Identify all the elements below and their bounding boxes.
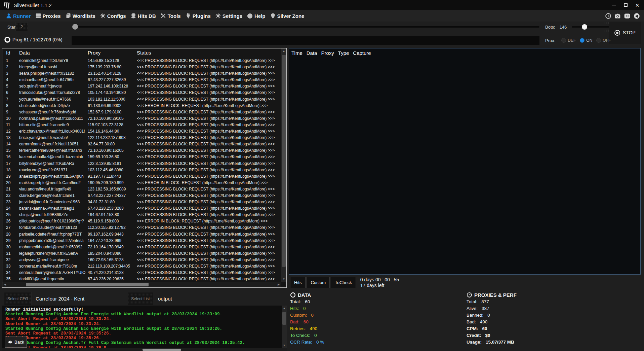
stat-value: 387 [482,306,489,311]
table-row[interactable]: 22claire.bergeron@neuf.fr:claire167.43.2… [2,192,281,199]
scroll-up-icon[interactable]: ▲ [281,48,286,54]
tab-custom[interactable]: Custom [307,277,330,288]
table-row[interactable]: 3seara.philippe@neuf.fr:03118223.152.40.… [2,70,281,77]
scrollbar-thumb[interactable] [282,55,286,267]
close-button[interactable]: ✕ [635,3,640,7]
scroll-right-icon[interactable]: ▶ [276,282,281,287]
back-button[interactable]: Back [5,337,27,348]
table-row[interactable]: 17billyfriendzye@neuf.fr:KobARa122.3.139… [2,161,281,167]
stat-row: Retries:490 [290,325,431,332]
screenshot-icon[interactable] [614,13,621,19]
start-input[interactable] [15,22,28,31]
table-row[interactable]: 24baranskaanna-.@neuf.fr:isegi167.43.228… [2,205,281,212]
cell-status: <<< PROCESSING BLOCK: REQUEST (https://t… [137,192,281,199]
tab-hits[interactable]: Hits [290,277,306,288]
table-row[interactable]: 34senteral.thierry@neuf.fr:AZERTYUIO40.7… [2,270,281,276]
prox-off-radio[interactable] [596,38,601,43]
table-row[interactable]: 13brice.yam@neuf.fr:wxcvbn!122.114.232.1… [2,135,281,141]
table-horizontal-scrollbar[interactable]: ◀ ▶ [2,282,281,287]
log-horizontal-scrollbar[interactable] [2,348,287,351]
table-row[interactable]: 10normand.pauline@neuf.fr:coucou1172.10.… [2,115,281,122]
stat-label: OCR Rate: [290,340,312,345]
table-row[interactable]: 11bitton.elie@neuf.fr:annette9115.97.103… [2,122,281,128]
stat-value: 0 [311,313,314,318]
cell-proxy: 72.10.160.90:29105 [88,115,137,122]
table-row[interactable]: 27fombaron.claude@neuf.fr:sfr123112.30.1… [2,224,281,231]
start-position-slider[interactable] [72,24,539,30]
table-row[interactable]: 5seb.quin@neuf.fr:javote197.242.146.109:… [2,83,281,90]
table-row[interactable]: 14carmrnfoank@neuf.fr:NatH1005182.64.77.… [2,141,281,147]
selected-wordlist-value: output [158,296,172,302]
nav-configs[interactable]: Configs [100,13,126,19]
scroll-up-icon[interactable]: ▲ [282,306,287,311]
nav-wordlists[interactable]: Wordlists [66,13,95,19]
nav-tools[interactable]: Tools [161,13,181,19]
scrollbar-thumb[interactable] [26,283,149,286]
table-vertical-scrollbar[interactable]: ▲ ▼ [281,48,286,282]
maximize-button[interactable] [623,3,628,7]
nav-plugins[interactable]: Plugins [186,13,211,19]
table-row[interactable]: 35darkill01@neuf.fr:quentin67.43.236.20:… [2,276,281,282]
select-wordlist-button[interactable]: Select List [128,292,153,305]
nav-settings[interactable]: Settings [215,13,242,19]
table-row[interactable]: 23jm.vidal@neuf.fr:Damienines196334.81.7… [2,199,281,205]
scroll-down-icon[interactable]: ▼ [282,343,287,348]
tab-tocheck[interactable]: ToCheck [331,277,356,288]
table-row[interactable]: 18roucky.cro@neuf.fr:051971103.112.45.46… [2,167,281,173]
cell-id: 9 [6,109,19,115]
select-config-button[interactable]: Select CFG [4,292,32,305]
table-row[interactable]: 29philippebruno7535@neuf.fr:Ventesa164.7… [2,238,281,244]
log-vertical-scrollbar[interactable]: ▲ ▼ [282,306,287,348]
prox-def-label[interactable]: DEF [568,38,576,43]
table-row[interactable]: 15terriercatherine8094@neuf.fr:Mario72.1… [2,147,281,154]
nav-runner[interactable]: Runner [6,13,31,19]
prox-def-radio[interactable] [561,38,566,43]
table-row[interactable]: 7yoth.aurelie@neuf.fr:CAT666103.182.112.… [2,96,281,103]
table-row[interactable]: 2bleeps@neuf.fr:sushi175.139.233.76:80<<… [2,64,281,70]
table-row[interactable]: 31legalepturkmen@neuf.fr:kESehA185.204.0… [2,250,281,257]
table-row[interactable]: 32audyssea@neuf.fr:araignee160.72.98.165… [2,257,281,263]
table-row[interactable]: 6francoisdufau@neuf.fr:ursula2278105.174… [2,90,281,96]
scroll-left-icon[interactable]: ◀ [2,282,8,287]
table-row[interactable]: 26gillot.patrice@neuf.fr:01021966Pg*?45.… [2,218,281,224]
stat-label: Bad: [467,319,476,324]
prox-on-radio[interactable] [580,38,585,43]
stat-value: 15,07/377 MB [486,340,514,345]
history-icon[interactable] [605,13,611,19]
table-row[interactable]: 20maikkrugertple@neuf.fr:Cam9ino2190.95.… [2,180,281,186]
stat-row: Credit:$0 [467,332,594,339]
table-row[interactable]: 28pariselle.odette@neuf.fr:phbp77BT89.18… [2,231,281,238]
nav-proxies[interactable]: Proxies [36,13,61,19]
table-row[interactable]: 19anaeszkiprzygo@neuf.fr:stE6A4p0n91.197… [2,173,281,180]
slider-thumb[interactable] [582,24,587,30]
table-row[interactable]: 30mohamedkhoudmi@neuf.fr:05899272.10.164… [2,244,281,250]
discord-icon[interactable] [624,13,631,19]
table-row[interactable]: 33sonnerat.maria@neuf.fr:TI5U8m212.110.1… [2,263,281,270]
minimize-button[interactable] [611,3,616,7]
slider-thumb[interactable] [72,24,78,30]
table-row[interactable]: 16kazemi.aboulfazl@neuf.fr:kazemiab159.6… [2,154,281,160]
selected-config-value: Carrefour 2024 - Kent [36,296,84,302]
nav-help[interactable]: ? Help [247,13,266,19]
table-row[interactable]: 1eonmcllet@neuf.fr:SUnnY914.56.98.15:312… [2,58,281,64]
table-row[interactable]: 4michaelbaer9@neuf.fr:64796b67.43.227.22… [2,77,281,83]
table-row[interactable]: 9schasseur@neuf.fr:76bshv6gdd152.67.9.17… [2,109,281,115]
nav-silver-zone[interactable]: Silver Zone [270,13,305,19]
scroll-down-icon[interactable]: ▼ [281,277,286,282]
table-row[interactable]: 8shulzealrfed@neuf.fr:D6j5Zx61.133.66.69… [2,103,281,109]
telegram-icon[interactable] [634,13,640,19]
nav-hitsdb[interactable]: Hits DB [131,13,156,19]
prox-off-label[interactable]: OFF [603,38,611,43]
prox-on-label[interactable]: ON [586,38,592,43]
table-row[interactable]: 12eric.chavaroux@neuf.fr:Liloux04081!154… [2,128,281,135]
window-controls: ✕ [611,3,644,7]
scrollbar-thumb[interactable] [282,312,286,325]
bots-slider[interactable] [572,22,609,32]
scrollbar-thumb[interactable] [143,349,181,351]
table-row[interactable]: 25shinjia@neuf.fr:99B86IIZZe194.67.91.15… [2,212,281,218]
nav-plugins-label: Plugins [193,13,211,19]
cell-data: shinjia@neuf.fr:99B86IIZZe [19,212,88,218]
table-row[interactable]: 21viau.andre@neuf.fr:lagaffe49123.182.59… [2,186,281,192]
table-header: Id Data Proxy Status [2,48,286,57]
cell-id: 24 [6,205,19,212]
